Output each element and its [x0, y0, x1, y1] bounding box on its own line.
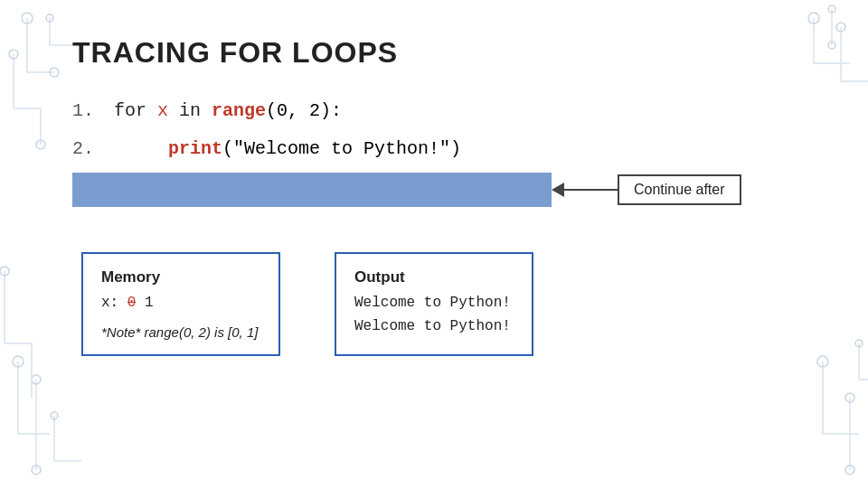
code-indent: [114, 138, 157, 159]
output-box: Output Welcome to Python! Welcome to Pyt…: [335, 252, 533, 356]
memory-box-title: Memory: [101, 268, 260, 286]
output-line-2: Welcome to Python!: [354, 315, 514, 339]
memory-box-content: x: 0 1: [101, 292, 260, 315]
memory-note: *Note* range(0, 2) is [0, 1]: [101, 324, 260, 340]
page-title: TRACING FOR LOOPS: [72, 36, 796, 70]
code-in-keyword: in: [168, 100, 212, 121]
code-print-keyword: print: [168, 138, 222, 159]
line-num-2: 2.: [72, 138, 94, 159]
memory-box: Memory x: 0 1 *Note* range(0, 2) is [0, …: [81, 252, 280, 356]
arrow-line: [563, 189, 618, 191]
code-line-1: 1. for x in range(0, 2):: [72, 97, 796, 126]
line-num-1: 1.: [72, 100, 94, 121]
code-range-keyword: range: [212, 100, 266, 121]
code-var-x: x: [157, 100, 168, 121]
bottom-section: Memory x: 0 1 *Note* range(0, 2) is [0, …: [72, 252, 796, 356]
code-line-2: 2. print("Welcome to Python!"): [72, 135, 796, 164]
arrow-head-icon: [552, 183, 564, 197]
continue-after-label: Continue after: [618, 174, 741, 205]
memory-x-label: x:: [101, 295, 118, 311]
code-print-args: ("Welcome to Python!"): [222, 138, 461, 159]
highlight-bar: [72, 173, 552, 207]
memory-x-old-value: 0: [127, 295, 137, 311]
code-for-keyword: for: [114, 100, 157, 121]
arrow-container: Continue after: [552, 174, 741, 205]
code-range-args: (0, 2):: [266, 100, 342, 121]
output-line-1: Welcome to Python!: [354, 292, 514, 315]
output-box-content: Welcome to Python! Welcome to Python!: [354, 292, 514, 338]
memory-x-current-value: 1: [145, 295, 154, 311]
output-box-title: Output: [354, 268, 514, 286]
current-line-indicator: Continue after: [72, 173, 796, 207]
